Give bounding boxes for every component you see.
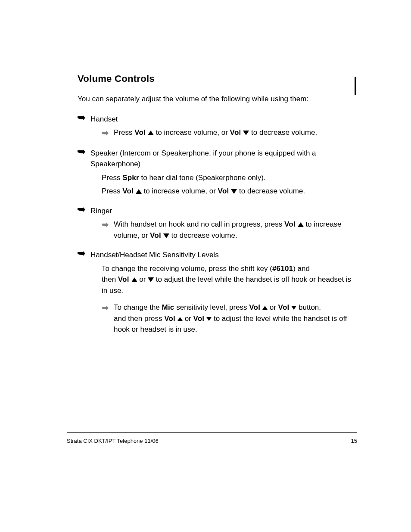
text: Press	[102, 187, 122, 195]
bullet-speaker: Speaker (Intercom or Speakerphone, if yo…	[78, 148, 357, 197]
triangle-down-icon	[243, 131, 249, 135]
footer: Strata CIX DKT/IPT Telephone 11/06 15	[67, 438, 357, 444]
triangle-up-icon	[177, 317, 183, 321]
vol-down-label: Vol	[150, 231, 163, 240]
triangle-up-icon	[298, 222, 304, 227]
text: to decrease volume.	[249, 128, 317, 137]
item-label: Handset/Headset Mic Sensitivity Levels	[90, 251, 219, 259]
arrow-right-icon	[78, 149, 87, 197]
arrow-right-icon	[102, 128, 110, 139]
sub-line: Press Vol to increase volume, or Vol to …	[90, 186, 357, 197]
text: With handset on hook and no call in prog…	[114, 220, 284, 228]
arrow-right-icon	[78, 115, 87, 139]
vol-up-label: Vol	[249, 303, 262, 311]
vol-down-label: Vol	[193, 314, 206, 323]
arrow-right-icon	[78, 206, 87, 241]
text: Press	[102, 174, 122, 182]
triangle-down-icon	[163, 233, 169, 238]
mic-label: Mic	[162, 303, 174, 311]
text: then	[102, 275, 118, 283]
text: or	[137, 275, 148, 283]
item-label: Speaker (Intercom or Speakerphone, if yo…	[90, 149, 316, 168]
footer-left: Strata CIX DKT/IPT Telephone 11/06	[67, 438, 159, 444]
sub-line: To change the receiving volume, press th…	[90, 263, 357, 296]
text: To change the receiving volume, press th…	[102, 264, 272, 273]
arrow-right-icon	[102, 220, 110, 241]
bullet-ringer: Ringer With handset on hook and no call …	[78, 205, 357, 241]
text: or	[268, 303, 278, 311]
triangle-down-icon	[206, 317, 212, 321]
footer-divider	[67, 432, 357, 433]
vol-up-label: Vol	[164, 314, 177, 323]
text: to decrease volume.	[237, 187, 305, 195]
sub-bullet: To change the Mic sensitivity level, pre…	[90, 302, 357, 335]
text: and then press	[114, 314, 164, 323]
triangle-up-icon	[148, 131, 154, 135]
sub-bullet: Press Vol to increase volume, or Vol to …	[90, 127, 357, 139]
triangle-down-icon	[291, 306, 296, 310]
vol-up-label: Vol	[118, 275, 131, 283]
sub-line: Press Spkr to hear dial tone (Speakerpho…	[90, 172, 357, 184]
vol-down-label: Vol	[230, 128, 243, 137]
page-subtitle: You can separately adjust the volume of …	[78, 94, 357, 104]
triangle-up-icon	[131, 277, 137, 282]
text: to decrease volume.	[169, 231, 237, 240]
triangle-down-icon	[148, 277, 154, 282]
text: to increase volume, or	[154, 128, 230, 137]
bullet-handset: Handset Press Vol to increase volume, or…	[78, 114, 357, 139]
vol-up-label: Vol	[284, 220, 298, 228]
item-label: Ringer	[90, 207, 112, 215]
footer-page-number: 15	[351, 438, 357, 444]
triangle-up-icon	[262, 306, 268, 310]
vol-down-label: Vol	[218, 187, 231, 195]
vol-down-label: Vol	[278, 303, 292, 311]
page-title: Volume Controls	[78, 73, 357, 84]
arrow-right-icon	[78, 250, 87, 335]
triangle-up-icon	[136, 189, 142, 194]
page: Volume Controls You can separately adjus…	[0, 0, 411, 532]
text: ) and	[293, 264, 310, 273]
text: to hear dial tone (Speakerphone only).	[139, 174, 266, 182]
text: to increase volume, or	[142, 187, 218, 195]
arrow-right-icon	[102, 303, 110, 335]
bullet-mic-sensitivity: Handset/Headset Mic Sensitivity Levels T…	[78, 249, 357, 335]
code-label: #6101	[272, 264, 293, 273]
header-mark	[355, 77, 356, 95]
text: Press	[114, 128, 134, 137]
text: button,	[296, 303, 321, 311]
triangle-down-icon	[231, 189, 237, 194]
spkr-label: Spkr	[122, 174, 139, 182]
vol-up-label: Vol	[122, 187, 136, 195]
text: sensitivity level, press	[174, 303, 249, 311]
sub-bullet: With handset on hook and no call in prog…	[90, 219, 357, 241]
text: or	[183, 314, 193, 323]
item-label: Handset	[90, 115, 118, 123]
vol-up-label: Vol	[134, 128, 148, 137]
text: To change the	[114, 303, 162, 311]
